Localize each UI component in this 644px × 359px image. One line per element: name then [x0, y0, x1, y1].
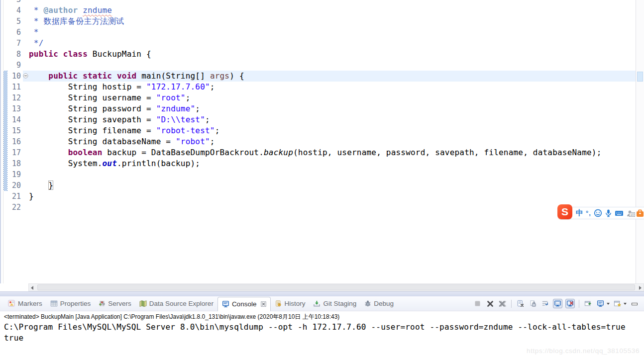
fold-column	[23, 103, 29, 114]
tab-label: Markers	[18, 300, 42, 307]
code-line[interactable]: 14 String savepath = "D:\\test";	[0, 114, 636, 125]
sogou-punctuation-mode[interactable]: °,	[586, 209, 591, 217]
console-output-line: true	[4, 333, 644, 344]
scroll-left-arrow-icon[interactable]	[31, 286, 33, 290]
code-line[interactable]: 15 String filename = "robot-test";	[0, 125, 636, 136]
code-text[interactable]: * 数据库备份主方法测试	[29, 16, 636, 27]
remove-launch-button[interactable]	[485, 299, 495, 308]
fold-column	[23, 0, 29, 5]
fold-column	[23, 27, 29, 38]
code-line[interactable]: 3 *	[0, 0, 636, 5]
word-wrap-button[interactable]	[540, 299, 550, 308]
toolbar-separator	[511, 300, 512, 308]
display-console-button[interactable]	[596, 299, 605, 308]
code-text[interactable]: String filename = "robot-test";	[29, 125, 636, 136]
tab-markers[interactable]: Markers	[4, 296, 46, 311]
remove-all-terminated-button[interactable]	[498, 299, 507, 308]
code-text[interactable]: *	[29, 27, 636, 38]
code-line[interactable]: 8public class BuckupMain {	[0, 49, 636, 60]
code-line[interactable]: 10 public static void main(String[] args…	[0, 71, 636, 82]
code-line[interactable]: 4 * @author zndume	[0, 5, 636, 16]
code-line[interactable]: 7 */	[0, 38, 636, 49]
horizontal-scrollbar[interactable]	[0, 283, 644, 291]
open-console-dropdown-icon[interactable]	[624, 303, 627, 306]
fold-collapse-icon[interactable]	[23, 71, 29, 82]
editor-console-sash[interactable]	[0, 291, 644, 296]
sogou-emoji-icon[interactable]	[594, 209, 602, 217]
sogou-chinese-mode[interactable]: 中	[576, 208, 583, 218]
fold-column	[23, 5, 29, 16]
code-line[interactable]: 17 boolean backup = DataBaseDumpOrBackro…	[0, 147, 636, 158]
scrollbar-track[interactable]	[28, 283, 644, 291]
code-text[interactable]: String hostip = "172.17.7.60";	[29, 82, 636, 92]
java-editor[interactable]: 3 *4 * @author zndume5 * 数据库备份主方法测试6 *7 …	[0, 0, 644, 283]
console-process-header: <terminated> BuckupMain [Java Applicatio…	[0, 311, 644, 322]
scrollbar-thumb[interactable]	[37, 284, 635, 290]
tab-console[interactable]: Console	[217, 297, 271, 311]
code-line[interactable]: 20 }	[0, 180, 636, 191]
code-line[interactable]: 12 String username = "root";	[0, 92, 636, 103]
code-line[interactable]: 18 System.out.println(backup);	[0, 158, 636, 169]
fold-column	[23, 49, 29, 60]
code-line[interactable]: 19	[0, 169, 636, 180]
code-line[interactable]: 13 String password = "zndume";	[0, 103, 636, 114]
tab-label: Properties	[60, 300, 91, 307]
terminate-button[interactable]	[473, 299, 482, 308]
sogou-toolbox-icon[interactable]	[636, 209, 644, 217]
sogou-voice-icon[interactable]	[605, 209, 612, 217]
scroll-right-arrow-icon[interactable]	[639, 286, 642, 290]
tab-debug[interactable]: Debug	[360, 296, 398, 311]
code-text[interactable]: }	[29, 180, 636, 191]
show-stdout-button[interactable]	[553, 299, 562, 308]
tab-servers[interactable]: Servers	[95, 296, 135, 311]
code-text[interactable]: String savepath = "D:\\test";	[29, 114, 636, 125]
code-text[interactable]: *	[29, 0, 636, 5]
code-line[interactable]: 6 *	[0, 27, 636, 38]
code-text[interactable]: String username = "root";	[29, 92, 636, 103]
method-range-indicator	[3, 71, 7, 191]
datasource-view-icon	[139, 300, 147, 307]
fold-column	[23, 82, 29, 92]
code-text[interactable]: public static void main(String[] args) {	[29, 71, 636, 82]
code-line[interactable]: 5 * 数据库备份主方法测试	[0, 16, 636, 27]
code-text[interactable]: public class BuckupMain {	[29, 49, 636, 60]
scroll-lock-button[interactable]	[528, 299, 537, 308]
sogou-keyboard-icon[interactable]	[615, 210, 624, 217]
sogou-logo-icon[interactable]: S	[557, 204, 572, 219]
clear-console-button[interactable]	[516, 299, 525, 308]
fold-column	[23, 180, 29, 191]
fold-column	[23, 60, 29, 71]
open-console-button[interactable]	[613, 299, 622, 308]
pin-console-button[interactable]	[583, 299, 593, 308]
code-line[interactable]: 21}	[0, 191, 636, 202]
history-view-icon	[275, 300, 282, 307]
console-output[interactable]: C:\Program Files\MySQL\MySQL Server 8.0\…	[0, 322, 644, 344]
tab-properties[interactable]: Properties	[46, 296, 95, 311]
code-text[interactable]	[29, 169, 636, 180]
code-line[interactable]: 9	[0, 60, 636, 71]
fold-column	[23, 158, 29, 169]
code-text[interactable]: String databaseName = "robot";	[29, 136, 636, 147]
tab-gitstaging[interactable]: Git Staging	[309, 296, 360, 311]
show-stderr-button[interactable]	[565, 299, 575, 308]
code-text[interactable]: String password = "zndume";	[29, 103, 636, 114]
code-line[interactable]: 16 String databaseName = "robot";	[0, 136, 636, 147]
minimize-button[interactable]	[630, 299, 639, 308]
code-text[interactable]: * @author zndume	[29, 5, 636, 16]
code-text[interactable]: System.out.println(backup);	[29, 158, 636, 169]
code-text[interactable]: boolean backup = DataBaseDumpOrBackrout.…	[29, 147, 636, 158]
code-text[interactable]: }	[29, 191, 636, 202]
current-line-marker[interactable]	[637, 72, 643, 82]
tab-label: Debug	[374, 300, 394, 307]
sogou-profile-icon[interactable]: 10	[626, 210, 634, 217]
editor-lines[interactable]: 3 *4 * @author zndume5 * 数据库备份主方法测试6 *7 …	[0, 0, 636, 213]
console-tab-close-icon[interactable]	[261, 301, 266, 307]
code-line[interactable]: 11 String hostip = "172.17.7.60";	[0, 82, 636, 92]
display-console-dropdown-icon[interactable]	[607, 303, 610, 306]
code-line[interactable]: 22	[0, 202, 636, 213]
tab-history[interactable]: History	[271, 296, 309, 311]
code-text[interactable]: */	[29, 38, 636, 49]
tab-datasource[interactable]: Data Source Explorer	[135, 296, 217, 311]
code-text[interactable]	[29, 202, 636, 213]
code-text[interactable]	[29, 60, 636, 71]
